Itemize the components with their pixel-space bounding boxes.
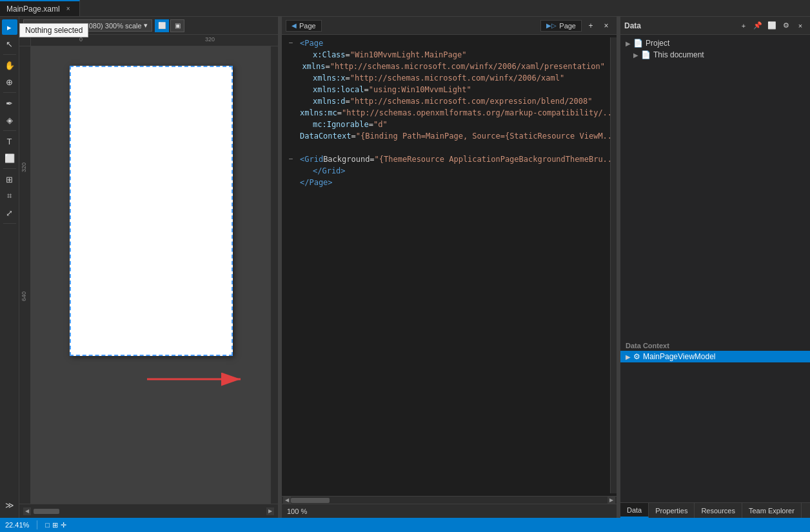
status-view-icons: □ ⊞ ✛ [45,521,66,529]
xml-eq-6: = [337,107,342,119]
xml-eq-2: = [326,61,330,72]
panel-tab-team-explorer-label: Team Explorer [749,507,795,515]
pointer-tool-btn[interactable]: ↖ [2,36,17,52]
view-icon-2[interactable]: ⊞ [52,521,58,529]
data-tree-empty-space [620,61,810,338]
design-view-btn[interactable]: ⬜ [155,19,169,32]
data-tree-item-project[interactable]: ▶ 📄 Project [620,37,810,49]
xml-line-11: </Grid> [282,165,610,177]
xml-hscroll-track[interactable] [291,498,608,503]
canvas-hscroll-thumb[interactable] [34,509,59,514]
xml-attr-xclass: x:Class [313,49,346,61]
xml-editor-header: ◀ Page ▶▷ Page + × [282,17,617,35]
xml-tab-right[interactable]: ▶▷ Page [540,20,582,32]
xml-scroll-left[interactable]: ◀ [283,497,291,504]
canvas-drawing-area[interactable] [31,46,270,504]
data-panel-settings-btn[interactable]: ⚙ [780,20,792,32]
tab-bar: MainPage.xaml × [0,0,810,17]
status-divider-1 [37,520,37,529]
data-panel-close-btn[interactable]: × [795,20,806,32]
tab-close-btn[interactable]: × [64,5,73,14]
xml-hscroll-thumb[interactable] [291,498,330,503]
main-layout: ▸ ↖ ✋ ⊕ ✒ ◈ T ⬜ ⊞ ⌗ ⤢ ≫ 5" Phone (1920 ×… [0,17,810,518]
project-file-icon: 📄 [633,39,643,48]
view-icon-1[interactable]: □ [45,521,50,529]
xml-line-3: xmlns = "http://schemas.microsoft.com/wi… [282,61,610,72]
panel-tab-resources[interactable]: Resources [695,503,742,518]
data-context-item-mainpage[interactable]: ▶ ⚙ MainPageViewModel [620,351,810,362]
canvas-hscrollbar-track[interactable] [34,509,264,514]
tool-separator-3 [3,130,16,131]
data-tree-item-this-doc[interactable]: ▶ 📄 This document [620,49,810,61]
canvas-main: 5" Phone (1920 × 1080) 300% scale ▾ ⬜ ▣ … [19,17,278,518]
grid-tool-btn[interactable]: ⊞ [2,172,17,187]
data-panel-add-btn[interactable]: + [738,20,749,32]
tool-separator-1 [3,54,16,55]
xml-expand-btn[interactable]: + [584,19,597,32]
xml-val-mcignorable: "d" [373,119,388,130]
xml-grid-bg-val: "{ThemeResource ApplicationPageBackgroun… [375,153,610,165]
pan-tool-btn[interactable]: ✋ [2,57,17,73]
scroll-left-btn[interactable]: ◀ [23,507,31,515]
panel-tab-properties[interactable]: Properties [649,503,695,518]
xml-hscrollbar[interactable]: ◀ ▶ [282,496,617,504]
project-expand-icon: ▶ [626,40,631,47]
main-page-tab[interactable]: MainPage.xaml × [0,0,80,16]
data-panel-title: Data [624,21,641,30]
tab-label: MainPage.xaml [6,5,60,14]
split-view-btn[interactable]: ▣ [170,19,184,32]
select-tool-btn[interactable]: ▸ [2,19,17,35]
xml-attr-mcignorable: mc:Ignorable [313,119,369,130]
resize-tool-btn[interactable]: ⤢ [2,205,17,221]
xml-collapse-btn[interactable]: − [284,37,297,49]
data-context-arrow [147,366,250,394]
status-zoom-label: 22.41% [5,521,29,529]
left-toolbar: ▸ ↖ ✋ ⊕ ✒ ◈ T ⬜ ⊞ ⌗ ⤢ ≫ [0,17,19,518]
view-icon-3[interactable]: ✛ [61,521,66,529]
shape-tool-btn[interactable]: ⬜ [2,150,17,166]
panel-tab-team-explorer[interactable]: Team Explorer [742,503,802,518]
xml-scroll-right[interactable]: ▶ [608,497,615,504]
zoom-tool-btn[interactable]: ⊕ [2,74,17,90]
data-panel-pin-btn[interactable]: 📌 [752,20,764,32]
xml-tab-left[interactable]: ◀ Page [286,20,322,32]
xml-attr-xmlnsmc: xmlns:mc [300,107,337,119]
viewmodel-icon: ⚙ [633,352,640,361]
xml-grid-collapse-btn[interactable]: − [284,153,297,165]
xml-zoom-label: 100 % [287,507,307,515]
xml-line-5: xmlns:local = "using:Win10MvvmLight" [282,84,610,95]
more-tools-btn[interactable]: ≫ [2,497,17,513]
lasso-tool-btn[interactable]: ⌗ [2,188,17,204]
project-label: Project [646,39,669,48]
xml-val-xclass: "Win10MvvmLight.MainPage" [350,49,467,61]
xml-val-xmlnsx: "http://schemas.microsoft.com/winfx/2006… [350,72,564,84]
xml-line-9: DataContext = "{Binding Path=MainPage, S… [282,130,610,142]
xml-lines-container[interactable]: − <Page x:Class = "Win10MvvmLight.MainPa… [282,37,610,493]
tool-separator-4 [3,168,16,169]
xml-grid-open-tag: <Grid [300,153,323,165]
scroll-right-btn[interactable]: ▶ [266,507,274,515]
panel-tab-data[interactable]: Data [620,503,649,518]
data-panel-tabs: Data Properties Resources Team Explorer [620,502,810,518]
ruler-v-label-0: 320 [21,163,27,172]
xml-eq-4: = [364,84,368,95]
xml-eq-1: = [346,49,350,61]
xml-close-btn[interactable]: × [600,19,613,32]
xml-vscrollbar[interactable] [610,37,617,493]
canvas-vscrollbar[interactable] [270,46,278,504]
xml-attr-datacontext: DataContext [300,130,351,142]
tool-separator-2 [3,92,16,93]
xml-eq-8: = [351,130,355,142]
thisdoc-expand-icon: ▶ [633,52,638,59]
xml-tab-left-icon: ◀ [291,22,297,29]
thisdoc-label: This document [653,50,704,59]
xml-grid-close-tag: </Grid> [313,165,346,177]
panel-tab-resources-label: Resources [701,507,735,515]
brush-tool-btn[interactable]: ◈ [2,112,17,128]
viewmodel-expand-arrow: ▶ [626,353,631,360]
xml-val-xmlnsmc: "http://schemas.openxmlformats.org/marku… [342,107,610,119]
xml-grid-bg-text: Background= [323,153,374,165]
data-panel-float-btn[interactable]: ⬜ [766,20,778,32]
eyedropper-tool-btn[interactable]: ✒ [2,95,17,111]
text-tool-btn[interactable]: T [2,133,17,149]
